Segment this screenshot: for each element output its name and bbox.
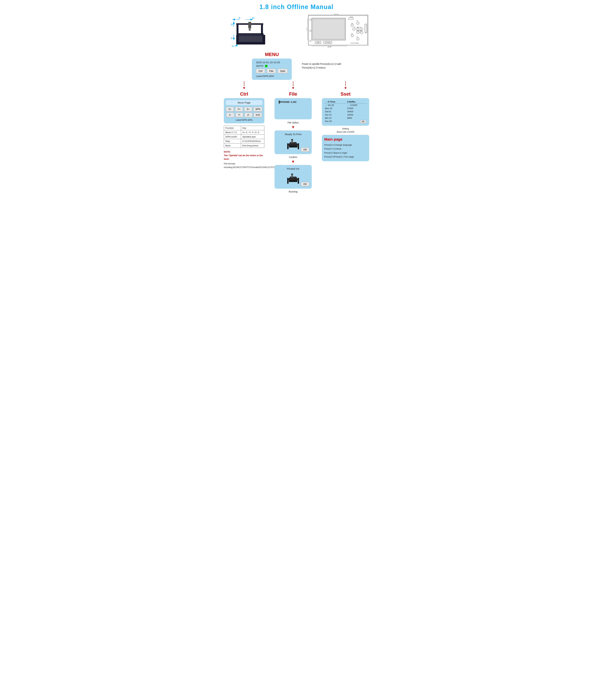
- ctrl-row2: X- Y- Z- X10: [226, 112, 262, 117]
- arrow-file: ▼: [291, 86, 295, 90]
- ready-to-print-title: Ready To Print: [278, 133, 308, 136]
- svg-text:X-: X-: [239, 17, 241, 19]
- note-spindle: The "Spindle"can be the motor or the las…: [224, 154, 264, 161]
- page-title: 1.8 inch Offline Manual: [224, 3, 369, 10]
- main-page-box: Main page Press(Z+):Change language Pres…: [322, 135, 369, 161]
- zplus-btn[interactable]: Z+: [244, 107, 252, 111]
- svg-text:AUX: AUX: [350, 16, 353, 18]
- printer-icon-svg-2: [286, 172, 300, 184]
- spn-btn[interactable]: SPN: [253, 107, 262, 111]
- sdtf-label: SD/TF:: [256, 65, 264, 67]
- zminus-btn[interactable]: Z-: [244, 112, 252, 117]
- svg-rect-17: [248, 22, 251, 28]
- svg-rect-75: [291, 139, 293, 140]
- sset-column: Sset → S-Time: S-BdRa: → Yer:20 → 115200: [322, 91, 369, 161]
- file-button[interactable]: File: [267, 69, 276, 73]
- printed-box: Printed:1% OK: [275, 165, 312, 189]
- svg-point-59: [357, 38, 359, 40]
- ok-button-1[interactable]: OK: [301, 147, 309, 152]
- svg-text:Y+: Y+: [232, 45, 234, 47]
- svg-rect-82: [291, 174, 293, 175]
- sset-time-header: → S-Time:: [324, 100, 346, 104]
- svg-text:Kronos Maker: Kronos Maker: [351, 42, 359, 44]
- file-box: ▐IPHONE~1.NC: [275, 98, 312, 119]
- func-cell: Step :: [224, 139, 241, 143]
- svg-text:USB: USB: [317, 42, 319, 43]
- note-title: NOTE:: [224, 150, 264, 154]
- spindle-line2: Press(ok)+(z-)=reduce: [302, 66, 341, 70]
- file-select-label: File Select: [287, 121, 299, 124]
- sset-row: Mon:10 57600: [324, 107, 367, 110]
- table-row: SPIN on/off : Spindle/Laser: [224, 135, 264, 139]
- key-cell: Spindle/Laser: [241, 135, 264, 139]
- svg-text:100.00: 100.00: [334, 14, 339, 15]
- sdtf-line: SD/TF:: [256, 65, 288, 67]
- three-cols: Ctrl Move Page X+ Y+ Z+ SPN X- Y- Z- X10…: [224, 91, 369, 194]
- arrow-confirm: ▼: [291, 159, 295, 164]
- sset-baud-rate: Baud rate:115200: [322, 131, 369, 133]
- svg-rect-28: [313, 19, 345, 39]
- arrow-sset: ▼: [344, 86, 347, 90]
- sset-row: Dat:01 38400: [324, 110, 367, 113]
- svg-text:Z+: Z+: [231, 23, 234, 26]
- main-page-content: Press(Z+):Change language Press(Y+):Unlo…: [324, 143, 367, 159]
- svg-text:TF Card: TF Card: [325, 42, 330, 43]
- xminus-btn[interactable]: X-: [226, 112, 234, 117]
- sset-button[interactable]: Sset: [278, 69, 288, 73]
- sset-setting: Setting: [322, 127, 369, 130]
- sset-dat: Dat:01: [324, 110, 346, 113]
- sset-ok-button[interactable]: OK: [360, 120, 366, 123]
- sset-baud2: 57600: [346, 107, 367, 110]
- svg-point-62: [310, 19, 311, 21]
- svg-rect-85: [288, 179, 298, 180]
- sset-title: Sset: [322, 91, 369, 97]
- running-label: Running: [289, 190, 298, 193]
- ctrl-title: Ctrl: [224, 91, 264, 97]
- printer-icon-svg: [286, 137, 300, 149]
- sset-table: → S-Time: S-BdRa: → Yer:20 → 115200 Mon:…: [324, 100, 367, 124]
- svg-rect-14: [236, 24, 238, 36]
- func-col: Function: [224, 126, 241, 130]
- machine-diagram: X- X+ Z+ Z- Y- Y+: [224, 14, 278, 48]
- sset-ok-cell: OK: [346, 120, 367, 124]
- sd-status-indicator: [265, 65, 268, 67]
- ctrl-button[interactable]: Ctrl: [256, 69, 265, 73]
- yplus-btn[interactable]: Y+: [235, 107, 243, 111]
- menu-title: MENU: [265, 52, 279, 57]
- svg-point-46: [353, 28, 355, 31]
- yminus-btn[interactable]: Y-: [235, 112, 243, 117]
- table-row: Back: Exit (long press): [224, 143, 264, 148]
- table-row: Step : 0.1/1/2/5/10/15mm: [224, 139, 264, 143]
- xplus-btn[interactable]: X+: [226, 107, 234, 111]
- file-title: File: [289, 91, 297, 97]
- svg-rect-40: [349, 18, 353, 20]
- svg-point-52: [357, 31, 359, 34]
- sset-row: → Yer:20 → 115200: [324, 104, 367, 107]
- cnc-machine-svg: X- X+ Z+ Z- Y- Y+: [224, 14, 271, 48]
- key-cell: Exit (long press): [241, 143, 264, 148]
- menu-laser: Laser/SPN:40%: [256, 75, 288, 77]
- menu-box: 2020-10-01-15-13-25 SD/TF: Ctrl File Sse…: [252, 59, 292, 80]
- svg-rect-78: [288, 144, 298, 145]
- printed-title: Printed:1%: [278, 167, 308, 170]
- x10-btn[interactable]: X10: [253, 112, 262, 117]
- menu-datetime: 2020-10-01-15-13-25: [256, 61, 288, 64]
- sset-year: → Yer:20: [324, 104, 346, 107]
- main-page-title: Main page: [324, 137, 367, 142]
- svg-rect-61: [365, 24, 367, 33]
- func-cell: Back:: [224, 143, 241, 148]
- sset-baud4: 19200: [346, 113, 367, 116]
- table-row: Move X Y Z : X+ X- Y+ Y- Z+ Z-: [224, 130, 264, 135]
- ctrl-box: Move Page X+ Y+ Z+ SPN X- Y- Z- X10 Lase…: [224, 98, 264, 123]
- menu-section: MENU 2020-10-01-15-13-25 SD/TF: Ctrl Fil…: [252, 52, 292, 80]
- svg-rect-19: [239, 36, 263, 42]
- ok-button-2[interactable]: OK: [301, 182, 309, 186]
- sset-row: Min:13 9600: [324, 116, 367, 120]
- note-formats: File formats including:NC/NCC/TAP/TXT/Gc…: [224, 162, 264, 169]
- ctrl-row1: X+ Y+ Z+ SPN: [226, 107, 262, 111]
- sset-sec: Sec:25: [324, 120, 346, 124]
- sset-row: Hor:15 19200: [324, 113, 367, 116]
- table-row: Function Key: [224, 126, 264, 130]
- note-section: NOTE: The "Spindle"can be the motor or t…: [224, 150, 264, 169]
- sset-header-row: → S-Time: S-BdRa:: [324, 100, 367, 104]
